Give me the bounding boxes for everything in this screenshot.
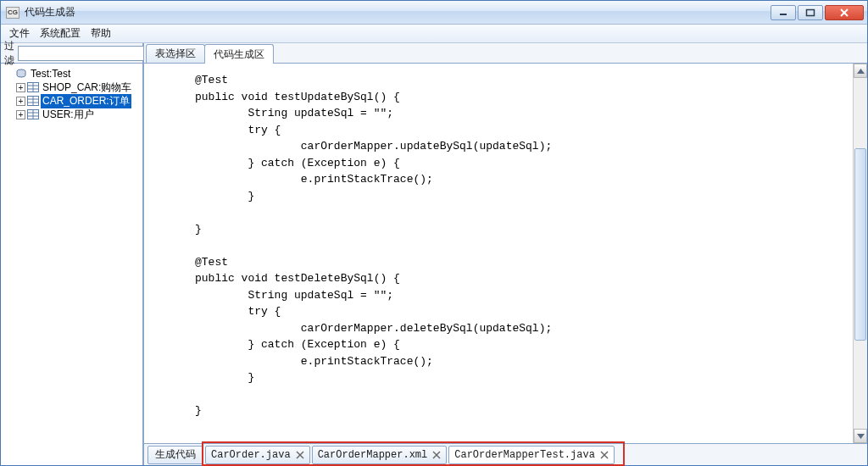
table-icon (27, 82, 39, 92)
tree-item[interactable]: +SHOP_CAR:购物车 (3, 80, 141, 94)
tree-item-label: CAR_ORDER:订单 (41, 94, 131, 108)
tree-item[interactable]: +CAR_ORDER:订单 (3, 94, 141, 108)
scroll-down-button[interactable] (854, 429, 867, 443)
scroll-up-button[interactable] (854, 64, 867, 78)
maximize-icon (805, 8, 815, 17)
window-root: CG 代码生成器 文件 系统配置 帮助 过滤 (0, 0, 868, 466)
chevron-up-icon (857, 69, 865, 74)
code-editor[interactable]: @Test public void testUpdateBySql() { St… (144, 64, 867, 443)
expand-icon[interactable]: + (16, 110, 25, 119)
tree-root-label: Test:Test (29, 68, 72, 80)
minimize-button[interactable] (771, 5, 796, 20)
filter-input[interactable] (18, 46, 150, 61)
top-tabs: 表选择区代码生成区 (144, 43, 867, 64)
tree-item[interactable]: +USER:用户 (3, 108, 141, 121)
top-tab[interactable]: 表选择区 (146, 44, 205, 63)
file-tab-label: CarOrderMapperTest.java (454, 449, 595, 461)
app-icon: CG (6, 7, 19, 19)
file-tab-label: CarOrderMapper.xml (318, 449, 428, 461)
expander-placeholder (4, 69, 14, 79)
main-area: 表选择区代码生成区 @Test public void testUpdateBy… (143, 43, 867, 465)
file-tab-label: CarOrder.java (211, 449, 291, 461)
close-tab-icon[interactable] (600, 451, 609, 459)
vertical-scrollbar[interactable] (853, 64, 867, 443)
file-tab[interactable]: CarOrderMapperTest.java (448, 446, 615, 464)
menu-help[interactable]: 帮助 (86, 25, 116, 42)
tree-item-label: USER:用户 (41, 108, 96, 122)
table-icon (27, 96, 39, 106)
close-button[interactable] (825, 5, 864, 20)
file-tab[interactable]: CarOrderMapper.xml (312, 446, 448, 464)
bottom-file-tabs: 生成代码 CarOrder.javaCarOrderMapper.xmlCarO… (144, 443, 867, 465)
svg-marker-19 (857, 69, 865, 74)
close-icon (838, 8, 850, 17)
menubar: 文件 系统配置 帮助 (1, 25, 867, 43)
svg-rect-1 (807, 9, 815, 15)
top-tab[interactable]: 代码生成区 (204, 44, 274, 64)
expand-icon[interactable]: + (16, 97, 25, 106)
chevron-down-icon (857, 434, 865, 439)
svg-marker-20 (857, 434, 865, 439)
generate-code-label[interactable]: 生成代码 (147, 446, 203, 464)
titlebar: CG 代码生成器 (1, 1, 867, 25)
tree-root[interactable]: Test:Test (3, 67, 141, 80)
filter-row: 过滤 (1, 43, 142, 64)
body: 过滤 Test:Test +SHOP_CAR:购物车+CAR_ORDER:订单+… (1, 43, 867, 465)
scroll-track[interactable] (854, 78, 867, 429)
tree-item-label: SHOP_CAR:购物车 (41, 80, 133, 95)
scroll-thumb[interactable] (854, 148, 866, 341)
menu-system-config[interactable]: 系统配置 (35, 25, 86, 42)
window-title: 代码生成器 (25, 5, 75, 19)
close-tab-icon[interactable] (432, 451, 441, 459)
file-tab[interactable]: CarOrder.java (205, 446, 310, 464)
minimize-icon (778, 8, 788, 17)
close-tab-icon[interactable] (296, 451, 304, 459)
code-content: @Test public void testUpdateBySql() { St… (144, 72, 867, 419)
maximize-button[interactable] (798, 5, 823, 20)
sidebar: 过滤 Test:Test +SHOP_CAR:购物车+CAR_ORDER:订单+… (1, 43, 143, 465)
database-icon (15, 69, 27, 79)
expand-icon[interactable]: + (16, 83, 25, 92)
db-tree: Test:Test +SHOP_CAR:购物车+CAR_ORDER:订单+USE… (1, 64, 142, 465)
table-icon (27, 109, 39, 119)
